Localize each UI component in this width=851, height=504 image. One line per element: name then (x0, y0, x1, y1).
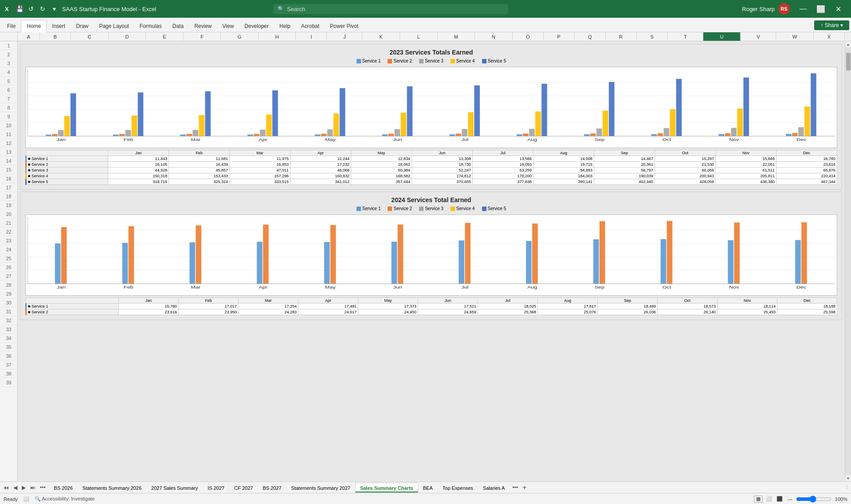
tab-next-btn[interactable]: ▶ (20, 484, 27, 492)
col-W[interactable]: W (776, 32, 814, 41)
tab-formulas[interactable]: Formulas (134, 20, 167, 32)
tab-bea[interactable]: BEA (418, 483, 438, 492)
chart-2024-table: JanFebMarAprMayJunJulAugSepOctNovDec■ Se… (25, 297, 837, 315)
row-num-35: 35 (0, 343, 17, 352)
tab-file[interactable]: File (2, 20, 21, 32)
col-U[interactable]: U (703, 32, 741, 41)
scroll-thumb[interactable] (846, 53, 851, 70)
col-J[interactable]: J (327, 32, 362, 41)
svg-rect-118 (728, 240, 733, 284)
tab-page-layout[interactable]: Page Layout (94, 20, 134, 32)
table-row: ■ Service 111,44311,68111,97512,24412,83… (26, 156, 837, 162)
svg-rect-69 (725, 133, 730, 136)
svg-rect-36 (340, 88, 345, 136)
tab-acrobat[interactable]: Acrobat (296, 20, 325, 32)
tab-view[interactable]: View (217, 20, 239, 32)
col-P[interactable]: P (544, 32, 575, 41)
tab-more-btn[interactable]: ••• (38, 484, 47, 492)
col-B[interactable]: B (40, 32, 71, 41)
customize-icon[interactable]: ▾ (50, 4, 59, 13)
col-A[interactable]: A (18, 32, 40, 41)
search-bar[interactable]: 🔍 (273, 4, 508, 14)
tab-statements-2027[interactable]: Statements Summary 2027 (286, 483, 355, 492)
vertical-scrollbar[interactable]: ▲ ▼ (845, 41, 851, 481)
tab-more-sheets[interactable]: ••• (510, 484, 520, 492)
tab-data[interactable]: Data (167, 20, 189, 32)
save-icon[interactable]: 💾 (15, 4, 24, 13)
tab-home[interactable]: Home (21, 20, 47, 32)
svg-rect-45 (455, 133, 461, 136)
col-D[interactable]: D (109, 32, 146, 41)
maximize-button[interactable]: ⬜ (812, 0, 830, 18)
tab-statements-2026[interactable]: Statements Summary 2026 (78, 483, 146, 492)
scroll-down-arrow[interactable]: ▼ (845, 475, 851, 481)
legend-dot-s5 (482, 59, 486, 63)
minimize-button[interactable]: — (794, 0, 812, 18)
tab-help[interactable]: Help (274, 20, 296, 32)
tab-power-pivot[interactable]: Power Pivot (325, 20, 364, 32)
col-R[interactable]: R (606, 32, 637, 41)
tab-top-expenses[interactable]: Top Expenses (438, 483, 478, 492)
tab-draw[interactable]: Draw (71, 20, 94, 32)
col-L[interactable]: L (400, 32, 438, 41)
add-sheet-button[interactable]: + (520, 484, 529, 492)
page-layout-view-icon[interactable]: ⬜ (765, 496, 773, 503)
charts-area: 2023 Services Totals Earned Service 1 Se… (18, 41, 845, 481)
col-I[interactable]: I (296, 32, 327, 41)
col-S[interactable]: S (637, 32, 668, 41)
col-T[interactable]: T (668, 32, 703, 41)
legend-2024-service1: Service 1 (357, 206, 381, 211)
tab-2027-sales[interactable]: 2027 Sales Summary (146, 483, 203, 492)
scroll-track[interactable] (845, 47, 851, 475)
col-N[interactable]: N (475, 32, 513, 41)
col-F[interactable]: F (184, 32, 221, 41)
tab-salaries-a[interactable]: Salaries A (478, 483, 510, 492)
more-options-icon[interactable]: ⋮ (844, 484, 849, 490)
close-button[interactable]: ✕ (830, 0, 847, 18)
scroll-up-arrow[interactable]: ▲ (845, 41, 851, 47)
tab-sales-summary-charts[interactable]: Sales Summary Charts (355, 483, 418, 492)
svg-rect-62 (651, 134, 657, 136)
col-M[interactable]: M (438, 32, 475, 41)
ribbon-tabs: File Home Insert Draw Page Layout Formul… (0, 18, 851, 32)
legend-dot-s3 (419, 59, 424, 63)
col-Q[interactable]: Q (575, 32, 606, 41)
svg-rect-22 (192, 130, 198, 136)
tab-developer[interactable]: Developer (239, 20, 274, 32)
normal-view-icon[interactable]: ▦ (754, 496, 763, 503)
search-input[interactable] (287, 6, 504, 12)
col-E[interactable]: E (146, 32, 184, 41)
tab-cf-2027[interactable]: CF 2027 (229, 483, 258, 492)
svg-text:Feb: Feb (124, 285, 133, 289)
col-X[interactable]: X (814, 32, 845, 41)
row-num-10: 10 (0, 121, 17, 130)
svg-rect-44 (449, 134, 455, 136)
svg-text:Sep: Sep (595, 285, 604, 289)
legend-2024-service5: Service 5 (482, 206, 506, 211)
tab-bs-2026[interactable]: BS 2026 (49, 483, 78, 492)
tab-is-2027[interactable]: IS 2027 (203, 483, 229, 492)
tab-first-btn[interactable]: ⏮ (2, 484, 11, 492)
table-row: ■ Service 5318,719325,324333,515341,0123… (26, 179, 837, 185)
zoom-slider[interactable] (796, 496, 831, 503)
svg-rect-41 (401, 113, 407, 136)
col-H[interactable]: H (259, 32, 296, 41)
col-G[interactable]: G (221, 32, 259, 41)
col-C[interactable]: C (71, 32, 109, 41)
tab-bs-2027[interactable]: BS 2027 (258, 483, 286, 492)
page-break-view-icon[interactable]: ⬛ (775, 496, 784, 503)
tab-prev-btn[interactable]: ◀ (12, 484, 19, 492)
col-K[interactable]: K (362, 32, 400, 41)
tab-insert[interactable]: Insert (47, 20, 71, 32)
tab-last-btn[interactable]: ⏭ (28, 484, 37, 492)
svg-rect-122 (801, 222, 807, 284)
share-button[interactable]: ↑ Share ▾ (814, 20, 849, 30)
redo-icon[interactable]: ↻ (38, 4, 47, 13)
undo-icon[interactable]: ↺ (27, 4, 35, 13)
col-V[interactable]: V (741, 32, 776, 41)
tab-review[interactable]: Review (189, 20, 217, 32)
svg-rect-21 (186, 134, 192, 136)
svg-rect-72 (743, 78, 749, 136)
svg-rect-113 (600, 221, 605, 284)
col-O[interactable]: O (513, 32, 544, 41)
